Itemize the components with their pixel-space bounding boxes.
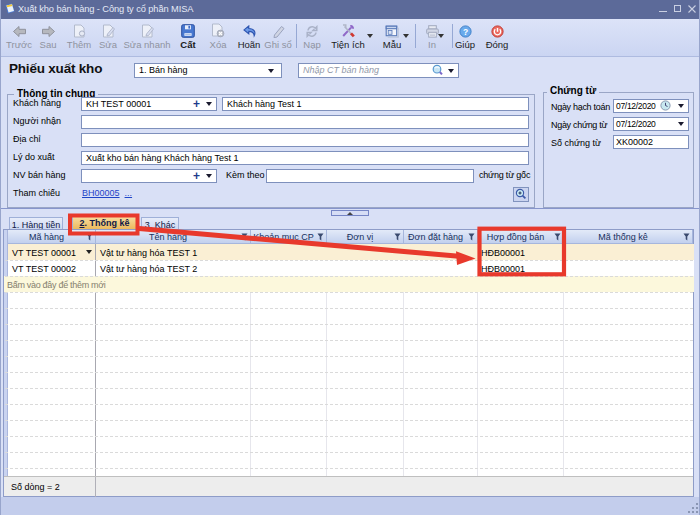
svg-text:?: ?: [462, 27, 467, 37]
